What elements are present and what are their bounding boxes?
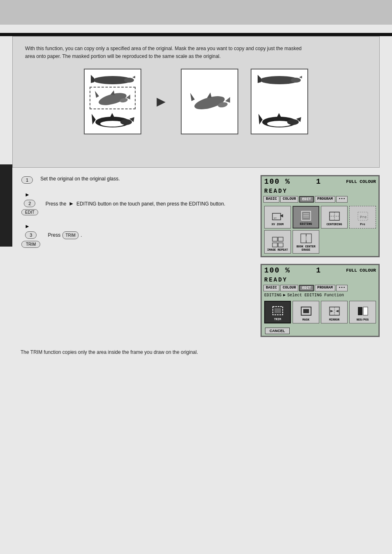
bottom-steps: The TRIM function copies only the area i… bbox=[21, 349, 380, 355]
arrow-icon-1: ► bbox=[25, 192, 30, 198]
mid-dolphin-svg bbox=[189, 90, 230, 113]
orca-svg bbox=[90, 113, 135, 129]
step-2-row: 2 EDIT Press the ► EDITING button on the… bbox=[21, 199, 244, 216]
svg-marker-11 bbox=[92, 114, 96, 125]
lcd-label-pre: Pre bbox=[360, 223, 365, 226]
lcd-tabs-1: BASIC COLOUR EDIT PROGRAM ▪▪▪ bbox=[262, 195, 378, 203]
lcd-percent-1: 100 % bbox=[264, 178, 291, 186]
svg-rect-44 bbox=[272, 243, 277, 247]
lcd-btn-editing[interactable]: EDITING bbox=[293, 206, 319, 229]
step-3-trim-btn[interactable]: TRIM bbox=[21, 241, 40, 248]
orca-fish bbox=[88, 112, 137, 130]
lcd-editing-arrow: ► bbox=[283, 293, 286, 298]
lcd-screen-2: 100 % 1 FULL COLOUR READY BASIC COLOUR E… bbox=[261, 264, 380, 337]
step-1-row: 1 Set the original on the original glass… bbox=[21, 175, 244, 184]
dolphin-area bbox=[90, 87, 136, 109]
right-whale-svg bbox=[257, 74, 302, 86]
svg-marker-21 bbox=[258, 75, 261, 83]
svg-point-2 bbox=[124, 78, 134, 83]
lcd-btn-negpos[interactable]: NEG/POS bbox=[349, 301, 376, 323]
lcd-btn-pre[interactable]: Pre Pre bbox=[349, 206, 376, 229]
svg-rect-50 bbox=[274, 308, 281, 313]
lcd-tab-edit-1[interactable]: EDIT bbox=[299, 196, 314, 203]
step-2-num-area: 2 EDIT bbox=[21, 199, 39, 216]
step-1-text: Set the original on the original glass. bbox=[40, 175, 244, 182]
fish-container-left bbox=[85, 69, 141, 134]
diagram-arrow: ► bbox=[154, 93, 168, 110]
lcd-tab-colour-1[interactable]: COLOUR bbox=[280, 196, 298, 203]
arrow-line-2: ► bbox=[25, 223, 244, 229]
svg-marker-5 bbox=[95, 91, 99, 98]
lcd-tab-edit-2[interactable]: EDIT bbox=[299, 285, 314, 291]
lcd-count-2: 1 bbox=[316, 266, 321, 275]
lcd-label-trim: TRIM bbox=[274, 318, 281, 321]
lcd-btn-mask[interactable]: MASK bbox=[293, 301, 319, 323]
whale-svg bbox=[90, 74, 135, 86]
lcd-btn-empty1 bbox=[321, 230, 348, 254]
right-orca bbox=[255, 112, 304, 130]
lcd-btn-trim[interactable]: TRIM bbox=[264, 301, 291, 323]
lcd-cancel-btn[interactable]: CANCEL bbox=[265, 328, 290, 334]
svg-marker-56 bbox=[336, 310, 339, 312]
panels-row: 1 Set the original on the original glass… bbox=[21, 175, 380, 337]
lcd-icons-grid-2: TRIM MASK MIRROR bbox=[262, 298, 378, 326]
svg-marker-27 bbox=[277, 113, 281, 118]
lcd-tabs-2: BASIC COLOUR EDIT PROGRAM ▪▪▪ bbox=[262, 284, 378, 292]
svg-marker-1 bbox=[91, 75, 94, 83]
lcd-btn-centering[interactable]: CENTERING bbox=[321, 206, 348, 229]
page-wrapper: With this function, you can copy only a … bbox=[0, 0, 392, 554]
lcd-btn-bookcenter[interactable]: BOOK CENTER ERASE bbox=[293, 230, 319, 254]
lcd-btn-mirror[interactable]: MIRROR bbox=[321, 301, 348, 323]
lcd-btn-imagerepeat[interactable]: IMAGE REPEAT bbox=[264, 230, 291, 254]
svg-marker-26 bbox=[258, 114, 263, 125]
lcd-mode-2: FULL COLOUR bbox=[346, 268, 376, 273]
step-1-pill: 1 bbox=[21, 176, 33, 184]
right-fish-container bbox=[251, 69, 307, 134]
lcd-mode-1: FULL COLOUR bbox=[346, 179, 376, 184]
lcd-btn-empty2 bbox=[349, 230, 376, 254]
steps-panels-area: 1 Set the original on the original glass… bbox=[0, 175, 392, 355]
lcd-icons-grid-1: XY XV ZOOM EDITING CENTERING bbox=[262, 203, 378, 256]
left-sidebar bbox=[0, 164, 12, 247]
lcd-label-mirror: MIRROR bbox=[329, 318, 339, 321]
svg-rect-57 bbox=[358, 307, 362, 315]
description-text: With this function, you can copy only a … bbox=[25, 45, 367, 60]
lcd-count-1: 1 bbox=[316, 178, 321, 186]
step-2-edit-btn[interactable]: EDIT bbox=[21, 209, 38, 215]
lcd-top-bar-1: 100 % 1 FULL COLOUR bbox=[262, 176, 378, 187]
svg-marker-18 bbox=[225, 97, 230, 103]
lcd-tab-program-2[interactable]: PROGRAM bbox=[315, 285, 335, 291]
svg-marker-23 bbox=[299, 75, 302, 79]
diagram-left-box bbox=[84, 69, 141, 134]
step-2-text: Press the ► EDITING button on the touch … bbox=[46, 199, 244, 208]
svg-marker-16 bbox=[190, 93, 195, 101]
svg-point-28 bbox=[287, 119, 299, 125]
svg-rect-42 bbox=[272, 237, 277, 241]
lcd-tab-program-1[interactable]: PROGRAM bbox=[315, 196, 335, 203]
lcd-label-negpos: NEG/POS bbox=[357, 318, 369, 321]
diagram-row: ► bbox=[25, 69, 367, 134]
svg-rect-52 bbox=[303, 309, 309, 313]
lcd-tab-more-1[interactable]: ▪▪▪ bbox=[336, 196, 348, 203]
lcd-btn-xvzoom[interactable]: XY XV ZOOM bbox=[264, 206, 291, 229]
mid-diagram bbox=[189, 90, 230, 113]
top-band bbox=[0, 0, 392, 25]
step-3-trim-inline[interactable]: TRIM bbox=[62, 231, 78, 239]
svg-rect-58 bbox=[363, 307, 368, 315]
lcd-tab-basic-2[interactable]: BASIC bbox=[263, 285, 279, 291]
step-1-num-area: 1 bbox=[21, 176, 34, 184]
lcd-tab-colour-2[interactable]: COLOUR bbox=[280, 285, 298, 291]
svg-marker-19 bbox=[207, 92, 212, 98]
right-whale bbox=[255, 73, 304, 87]
lcd-tab-basic-1[interactable]: BASIC bbox=[263, 196, 279, 203]
right-orca-svg bbox=[257, 113, 302, 129]
lcd-tab-more-2[interactable]: ▪▪▪ bbox=[336, 285, 348, 291]
svg-rect-45 bbox=[278, 243, 283, 247]
lcd-top-bar-2: 100 % 1 FULL COLOUR bbox=[262, 265, 378, 276]
svg-text:XY: XY bbox=[274, 217, 277, 220]
lcd-ready-1: READY bbox=[262, 187, 378, 195]
diagram-right-box bbox=[251, 69, 308, 134]
steps-column: 1 Set the original on the original glass… bbox=[21, 175, 248, 337]
lcd-label-editing: EDITING bbox=[300, 223, 312, 226]
lcd-percent-2: 100 % bbox=[264, 266, 291, 275]
